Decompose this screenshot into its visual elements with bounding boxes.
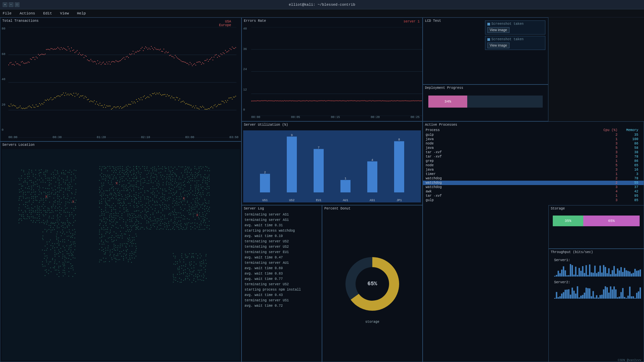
throughput-server2-label: Server2: [554,281,640,284]
list-item: terminating server US2 [245,244,320,250]
y-label-20: 20 [2,103,5,107]
percent-donut-title: Percent Donut [324,207,351,210]
menubar: File Actions Edit View Help [0,9,644,17]
x-label-0300: 03:00 [185,136,194,139]
errors-x-axis: 00:00 00:05 00:15 00:20 00:25 [251,116,420,119]
y-label-60: 60 [2,53,5,56]
storage-green: 35% [553,216,583,226]
world-map-chart [2,149,240,360]
table-row: watchdog337 [423,185,644,189]
percent-donut-panel: Percent Donut storage [322,205,423,362]
col-process: Process [426,128,594,132]
storage-panel: Storage 35% 65% [548,205,644,249]
list-item: avg. wait time 0.77 [245,277,320,282]
table-row: watchdog278 [423,176,644,181]
throughput-panel: Throughput (bits/sec) Server1: Server2: [548,249,644,362]
server-log-panel: Server Log terminating server AS1termina… [241,205,322,362]
x-label-0120: 01:20 [97,136,106,139]
servers-location-title: Servers Location [2,143,35,147]
throughput-content: Server1: Server2: [551,257,642,300]
menu-help[interactable]: Help [75,11,87,15]
table-row: gulp235 [423,133,644,137]
lcd-test-title: LCD Test [425,19,441,23]
errors-rate-title: Errors Rate [244,19,266,23]
view-image-btn-2[interactable]: View image [487,43,509,48]
deployment-bar-empty [467,96,543,108]
list-item: avg. wait time 0.19 [245,234,320,239]
x-label-0350: 03:50 [229,136,238,139]
list-item: terminating server AS1 [245,212,320,218]
screenshot-dot-2 [487,38,490,41]
errors-legend-server1: server 1 [404,20,420,23]
menu-view[interactable]: View [59,11,70,15]
view-image-btn-1[interactable]: View image [487,27,509,33]
legend-usa: USA [219,20,231,23]
log-content: terminating server AS1terminating server… [245,212,320,360]
throughput-server2: Server2: [554,281,640,299]
storage-bars: 35% 65% [553,216,640,226]
screenshot-boxes: Screenshot taken View image Screenshot t… [485,20,545,50]
donut-sublabel: storage [365,320,379,324]
legend-europe: Europe [219,23,231,27]
table-row: gulp385 [423,198,644,202]
table-row: grep186 [423,159,644,163]
storage-purple: 65% [583,216,640,226]
total-transactions-chart [8,27,236,138]
list-item: starting process npm install [245,287,320,293]
list-item: avg. wait time 0.31 [245,223,320,228]
table-row: timer13 [423,172,644,176]
table-row: node565 [423,163,644,168]
list-item: terminating server US2 [245,282,320,287]
throughput-title: Throughput (bits/sec) [551,250,593,254]
throughput2-chart [554,285,641,299]
list-item: avg. wait time 0.47 [245,255,320,260]
errors-y-axis: 48 36 24 12 0 [243,27,247,112]
col-memory: Memory [618,128,641,132]
list-item: terminating server AU1 [245,260,320,266]
table-row: awk442 [423,189,644,194]
x-label-0030: 00:30 [53,136,62,139]
screenshot-label-2: Screenshot taken [487,38,543,41]
y-axis-labels: 80 60 40 20 0 [2,27,5,132]
table-row: tar -xvf378 [423,155,644,159]
close-button[interactable]: × [3,2,7,7]
deployment-title: Deployment Progress [425,86,463,90]
col-cpu: Cpu (%) [594,128,618,132]
main-layout: Total Transactions USA Europe 80 60 40 2… [0,17,644,362]
list-item: avg. wait time 0.69 [245,266,320,271]
server-util-title: Server Utilization (%) [244,123,288,127]
screenshot-label-1: Screenshot taken [487,22,543,26]
menu-actions[interactable]: Actions [18,11,36,15]
window-title: elliot@kali: ~/blessed-contrib [289,3,355,7]
storage-title: Storage [551,207,565,210]
y-label-0: 0 [2,128,5,132]
server-log-title: Server Log [244,207,264,210]
table-row: watchdog255 [423,181,644,185]
table-row: tar -xvf195 [423,194,644,198]
list-item: terminating server AS1 [245,218,320,223]
x-label-0000: 00:00 [8,136,17,139]
footer-text: CSDN @vanIvvv [618,359,641,362]
donut-area: storage [322,212,422,362]
list-item: starting process watchdog [245,228,320,234]
server-util-chart [243,130,421,202]
list-item: terminating server US1 [245,298,320,303]
server-util-panel: Server Utilization (%) [241,121,423,205]
y-label-40: 40 [2,78,5,81]
table-row: java316 [423,168,644,172]
list-item: terminating server US2 [245,239,320,244]
deployment-bar-fill: 34% [428,96,467,108]
menu-file[interactable]: File [1,11,13,15]
table-row: java1100 [423,137,644,141]
lcd-test-panel: LCD Test Screenshot taken View image Scr… [423,17,548,84]
menu-edit[interactable]: Edit [42,11,53,15]
screenshot-box-2: Screenshot taken View image [485,36,545,50]
storage-bar-wrapper: 35% 65% [550,213,642,229]
maximize-button[interactable]: □ [15,2,19,7]
deployment-bar-wrapper: 34% [428,96,543,108]
deployment-bar-container: 34% [426,93,545,110]
minimize-button[interactable]: − [9,2,13,7]
table-row: node386 [423,141,644,146]
servers-location-panel: Servers Location [0,141,241,362]
errors-rate-panel: Errors Rate server 1 48 36 24 12 0 00:00… [241,17,423,121]
